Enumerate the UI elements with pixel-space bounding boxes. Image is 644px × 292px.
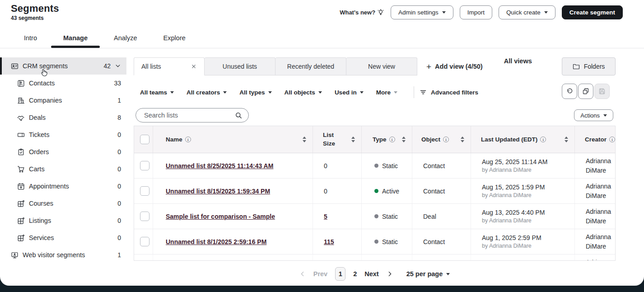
object-cell: Deal [412, 204, 471, 229]
row-checkbox[interactable] [140, 237, 149, 246]
chevron-left-icon[interactable] [299, 271, 306, 277]
all-views-button[interactable]: All views [504, 57, 532, 75]
info-icon[interactable] [443, 137, 449, 142]
column-label: Type [373, 136, 387, 143]
advanced-filters-button[interactable]: Advanced filters [420, 89, 478, 96]
column-header-list-size[interactable]: List Size [313, 126, 362, 153]
tab-analyze[interactable]: Analyze [114, 34, 137, 42]
contact-card-icon [11, 62, 19, 70]
view-tab-unused-lists[interactable]: Unused lists [205, 57, 275, 75]
whats-new-link[interactable]: What's new? [340, 9, 384, 16]
row-checkbox[interactable] [140, 186, 149, 196]
filter-used-in[interactable]: Used in [335, 89, 364, 96]
quick-create-label: Quick create [506, 9, 541, 16]
row-checkbox[interactable] [140, 212, 149, 221]
sidebar-item-crm-segments[interactable]: CRM segments 42 [0, 57, 126, 75]
chevron-right-icon[interactable] [387, 271, 393, 277]
list-name-link[interactable]: Unnamed list 8/15/2025 1:59:34 PM [166, 188, 270, 195]
sidebar-item-appointments[interactable]: Appointments 0 [0, 178, 126, 195]
type-cell: Static [362, 229, 412, 254]
list-name-link[interactable]: Sample list for comparison - Sample [166, 213, 275, 220]
sidebar-item-contacts[interactable]: Contacts 33 [0, 75, 126, 92]
admin-settings-button[interactable]: Admin settings [391, 5, 453, 19]
quick-create-button[interactable]: Quick create [499, 5, 555, 19]
sidebar-item-listings[interactable]: Listings 0 [0, 212, 126, 229]
actions-button[interactable]: Actions [574, 109, 613, 121]
tab-manage[interactable]: Manage [63, 34, 88, 42]
per-page-dropdown[interactable]: 25 per page [406, 270, 450, 278]
column-header-name[interactable]: Name [153, 126, 313, 153]
info-icon[interactable] [540, 137, 546, 142]
caret-down-icon [170, 91, 174, 94]
undo-button[interactable] [562, 84, 577, 99]
sidebar-item-count: 0 [117, 131, 121, 138]
row-checkbox[interactable] [140, 161, 149, 170]
lists-table: Name List Size Type Object [134, 126, 616, 261]
sidebar-item-carts[interactable]: Carts 0 [0, 160, 126, 178]
sort-icon[interactable] [351, 137, 355, 142]
last-updated-cell: Aug 15, 2025 1:59 PM by Adrianna DiMare [471, 179, 575, 203]
filter-all-teams[interactable]: All teams [140, 89, 174, 96]
add-view-button[interactable]: + Add view (4/50) [426, 57, 483, 75]
page-1-button[interactable]: 1 [335, 267, 345, 281]
select-all-checkbox[interactable] [140, 135, 149, 144]
list-name-link[interactable]: Unnamed list 8/25/2025 11:14:43 AM [166, 162, 273, 170]
folders-button[interactable]: Folders [562, 57, 616, 75]
sort-icon[interactable] [565, 137, 568, 142]
sort-icon[interactable] [303, 137, 306, 142]
sidebar-item-orders[interactable]: Orders 0 [0, 143, 126, 160]
caret-down-icon [446, 273, 450, 275]
sidebar-item-web-visitor-segments[interactable]: Web visitor segments 1 [0, 246, 126, 264]
column-header-creator[interactable]: Creator [575, 126, 616, 153]
sort-icon[interactable] [461, 137, 464, 142]
column-header-type[interactable]: Type [362, 126, 412, 153]
view-tab-recently-deleted[interactable]: Recently deleted [275, 57, 346, 75]
filter-all-types[interactable]: All types [239, 89, 271, 96]
view-tab-all-lists[interactable]: All lists [134, 57, 205, 75]
create-segment-button[interactable]: Create segment [562, 5, 623, 19]
close-icon[interactable] [191, 63, 197, 70]
create-segment-label: Create segment [569, 9, 615, 16]
header-actions: What's new? Admin settings Import Quick … [340, 5, 623, 19]
sidebar-item-count: 0 [117, 183, 121, 190]
sidebar-item-services[interactable]: Services 0 [0, 229, 126, 246]
sidebar-item-companies[interactable]: Companies 1 [0, 92, 126, 109]
sidebar-item-count: 0 [117, 148, 121, 155]
sidebar-item-tickets[interactable]: Tickets 0 [0, 126, 126, 143]
last-updated-cell: Aug 1, 2025 2:59 PM by Adrianna DiMare [471, 229, 575, 254]
list-size-link[interactable]: 115 [324, 238, 334, 245]
sidebar-item-label: Courses [29, 200, 53, 207]
import-button[interactable]: Import [460, 5, 492, 19]
save-view-button[interactable] [594, 84, 610, 99]
filter-all-objects[interactable]: All objects [285, 89, 322, 96]
tab-intro[interactable]: Intro [24, 34, 37, 42]
list-size-link[interactable]: 5 [324, 213, 327, 220]
ticket-icon [17, 131, 25, 139]
info-icon[interactable] [389, 137, 395, 142]
caret-down-icon [442, 11, 446, 14]
next-button[interactable]: Next [364, 270, 378, 278]
info-icon[interactable] [185, 137, 191, 142]
type-label: Static [382, 213, 398, 220]
select-all-cell [134, 126, 153, 153]
list-name-link[interactable]: Unnamed list 8/1/2025 2:59:16 PM [166, 238, 266, 245]
filter-more[interactable]: More [376, 89, 397, 96]
search-input[interactable] [143, 111, 235, 119]
page-2-button[interactable]: 2 [353, 270, 357, 278]
status-dot [374, 214, 378, 218]
column-header-object[interactable]: Object [412, 126, 471, 153]
tab-explore[interactable]: Explore [163, 34, 186, 42]
last-updated-cell: Aug 25, 2025 11:14 AM by Adrianna DiMare [471, 153, 575, 178]
info-icon[interactable] [609, 137, 615, 142]
sidebar-item-deals[interactable]: Deals 8 [0, 109, 126, 126]
sort-icon[interactable] [402, 137, 406, 142]
prev-button[interactable]: Prev [313, 270, 327, 278]
sidebar-item-count: 8 [117, 114, 121, 121]
filter-all-creators[interactable]: All creators [187, 89, 227, 96]
view-tab-new-view[interactable]: New view [346, 57, 417, 75]
sidebar-item-courses[interactable]: Courses 0 [0, 195, 126, 212]
column-header-last-updated[interactable]: Last Updated (EDT) [471, 126, 575, 153]
per-page-label: 25 per page [406, 270, 443, 278]
copy-button[interactable] [578, 84, 593, 99]
creator-cell: Adrianna DiMare [575, 254, 616, 261]
